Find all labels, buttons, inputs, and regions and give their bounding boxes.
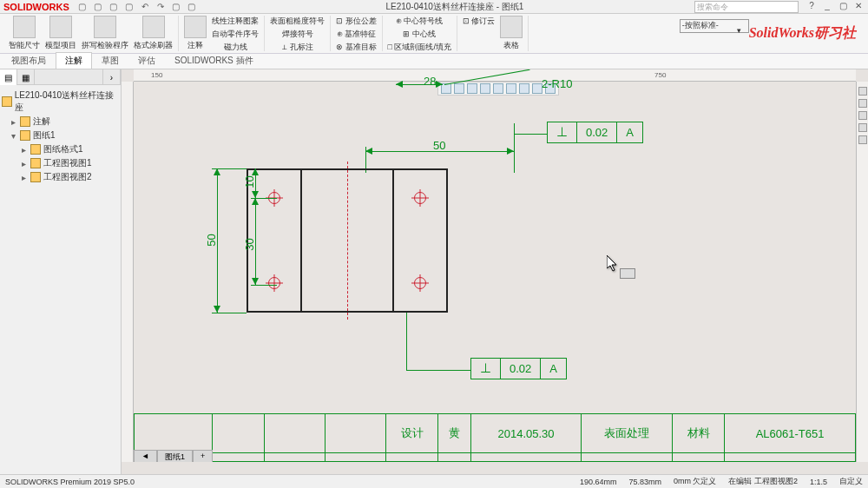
dimension-28[interactable]: 28	[424, 75, 436, 88]
fm-tab-expand-icon[interactable]: ›	[103, 69, 121, 85]
pan-icon[interactable]	[858, 111, 867, 120]
sheet-tab-prev-icon[interactable]: ◄	[134, 450, 157, 462]
dimension-30[interactable]: 30	[243, 238, 256, 250]
centerline	[347, 162, 348, 320]
tab-sketch[interactable]: 草图	[92, 52, 128, 69]
tb-surface-lbl: 表面处理	[582, 414, 673, 453]
drawing-canvas[interactable]: 150 750 28 2-R10	[122, 69, 868, 474]
drawing-view-2[interactable]	[247, 168, 448, 313]
weld-symbol-button[interactable]: 焊接符号	[270, 29, 325, 40]
gdt-button[interactable]: ⊡ 形位公差	[336, 16, 377, 27]
gdt-datum: A	[617, 122, 642, 142]
center-mark-button[interactable]: ⊕ 中心符号线	[388, 16, 451, 27]
revision-cloud-button[interactable]: ⊡ 修订云	[463, 16, 496, 27]
status-custom[interactable]: 自定义	[839, 476, 863, 487]
hole-mark[interactable]	[414, 277, 426, 289]
save-icon[interactable]: ▢	[108, 1, 120, 13]
tb-material: AL6061-T651	[725, 414, 856, 453]
tree-sheet1[interactable]: ▾图纸1	[2, 129, 119, 142]
feature-manager-panel: ▤ ▦ › LE210-0410送料丝杆连接座 ▸注解 ▾图纸1 ▸图纸格式1 …	[0, 69, 122, 474]
status-underdefined: 0mm 欠定义	[674, 476, 717, 487]
model-items-button[interactable]: 模型项目	[45, 16, 76, 51]
format-painter-button[interactable]: 格式涂刷器	[134, 16, 173, 51]
redo-icon[interactable]: ↷	[155, 1, 167, 13]
new-icon[interactable]: ▢	[76, 1, 89, 13]
hole-callout-button[interactable]: ⊥ 孔标注	[270, 42, 325, 53]
tree-root[interactable]: LE210-0410送料丝杆连接座	[2, 89, 119, 115]
sheet-tab-add-icon[interactable]: +	[193, 450, 213, 462]
gdt-frame-bottom[interactable]: ⊥ 0.02 A	[470, 358, 567, 379]
hud-icon[interactable]	[506, 83, 516, 94]
hud-icon[interactable]	[480, 83, 490, 94]
auto-balloon-button[interactable]: 自动零件序号	[212, 29, 259, 40]
gdt-datum: A	[541, 359, 566, 379]
dimension-50h[interactable]: 50	[433, 139, 445, 152]
sheet-tab-1[interactable]: 图纸1	[157, 450, 193, 462]
tables-button[interactable]: 表格	[500, 16, 523, 51]
hole-mark[interactable]	[414, 192, 426, 204]
hud-icon[interactable]	[493, 83, 503, 94]
rebuild-icon[interactable]: ▢	[186, 1, 198, 13]
gdt-tolerance: 0.02	[501, 359, 541, 379]
app-logo: SOLIDWORKS	[3, 2, 69, 12]
view-toolbar-right	[856, 82, 868, 462]
quick-access-toolbar: ▢ ▢ ▢ ▢ ↶ ↷ ▢ ▢	[76, 1, 198, 13]
hud-icon[interactable]	[454, 83, 464, 94]
feature-manager-tabs: ▤ ▦ ›	[0, 69, 121, 85]
window-controls: ? _ ▢ ✕	[806, 1, 865, 13]
tab-annotation[interactable]: 注解	[56, 52, 92, 69]
display-style-icon[interactable]	[858, 135, 867, 144]
hud-icon[interactable]	[467, 83, 477, 94]
standard-select[interactable]: -按照标准-▾	[680, 19, 749, 33]
tree-sheet-format[interactable]: ▸图纸格式1	[2, 142, 119, 156]
open-icon[interactable]: ▢	[92, 1, 104, 13]
note-2r10[interactable]: 2-R10	[542, 77, 572, 90]
tb-material-lbl: 材料	[673, 414, 725, 453]
hole-mark[interactable]	[268, 277, 280, 289]
area-hatch-button[interactable]: □ 区域剖面线/填充	[388, 42, 451, 53]
dimension-10[interactable]: 10	[243, 175, 256, 188]
search-commands-input[interactable]: 搜索命令	[694, 1, 799, 13]
tab-evaluate[interactable]: 评估	[128, 52, 165, 69]
zoom-fit-icon[interactable]	[858, 87, 867, 96]
tree-view2[interactable]: ▸工程图视图2	[2, 170, 119, 184]
section-icon[interactable]	[858, 123, 867, 132]
minimize-icon[interactable]: _	[821, 1, 833, 13]
zoom-area-icon[interactable]	[858, 99, 867, 108]
spell-check-button[interactable]: 拼写检验程序	[82, 16, 128, 51]
dimension-50v[interactable]: 50	[205, 234, 218, 246]
surface-finish-button[interactable]: 表面粗糙度符号	[270, 16, 325, 27]
titlebar: SOLIDWORKS ▢ ▢ ▢ ▢ ↶ ↷ ▢ ▢ LE210-0410送料丝…	[0, 0, 868, 14]
print-icon[interactable]: ▢	[123, 1, 135, 13]
drawing-sheet[interactable]: 28 2-R10 ⊥ 0.02 A 50	[134, 82, 856, 462]
ext-line	[251, 198, 277, 199]
tab-view-layout[interactable]: 视图布局	[2, 52, 56, 69]
smart-dimension-button[interactable]: 智能尺寸	[9, 16, 40, 51]
tree-view1[interactable]: ▸工程图视图1	[2, 156, 119, 170]
tb-date: 2014.05.30	[470, 414, 581, 453]
close-icon[interactable]: ✕	[852, 1, 865, 13]
gdt-leader	[406, 370, 470, 371]
gdt-frame-top[interactable]: ⊥ 0.02 A	[547, 122, 643, 143]
fm-tab-tree-icon[interactable]: ▤	[0, 69, 17, 85]
maximize-icon[interactable]: ▢	[837, 1, 849, 13]
tab-addins[interactable]: SOLIDWORKS 插件	[165, 52, 263, 69]
chevron-down-icon: ▾	[737, 26, 741, 35]
undo-icon[interactable]: ↶	[139, 1, 151, 13]
linear-note-pattern-button[interactable]: 线性注释图案	[212, 16, 259, 27]
status-coord-y: 75.83mm	[628, 478, 661, 486]
status-scale[interactable]: 1:1.5	[810, 478, 827, 486]
note-button[interactable]: 注释	[184, 16, 207, 51]
fold-line	[300, 170, 302, 311]
datum-feature-button[interactable]: ⊕ 基准特征	[336, 29, 377, 40]
tree-annotations[interactable]: ▸注解	[2, 115, 119, 129]
centerline-button[interactable]: ⊞ 中心线	[388, 29, 451, 40]
ruler-vertical	[122, 82, 134, 462]
help-icon[interactable]: ?	[806, 1, 818, 13]
title-block[interactable]: 设计 黄 2014.05.30 表面处理 材料 AL6061-T651	[134, 413, 856, 462]
options-icon[interactable]: ▢	[170, 1, 182, 13]
datum-target-button[interactable]: ⊗ 基准目标	[336, 42, 377, 53]
tb-design-lbl: 设计	[386, 414, 438, 453]
fm-tab-config-icon[interactable]: ▦	[17, 69, 35, 85]
hud-icon[interactable]	[519, 83, 529, 94]
